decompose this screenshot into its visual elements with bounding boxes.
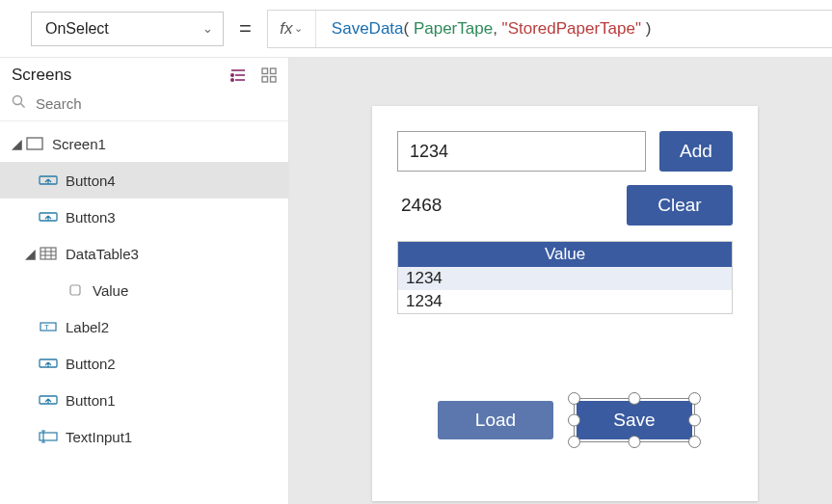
tree-node-label: Button4 — [66, 172, 288, 189]
resize-handle[interactable] — [688, 392, 701, 405]
tree-search[interactable] — [0, 91, 288, 121]
resize-handle[interactable] — [629, 392, 641, 405]
resize-handle[interactable] — [568, 414, 580, 427]
tree-node-label: TextInput1 — [66, 429, 288, 445]
svg-rect-8 — [271, 77, 277, 83]
tree-node-screen1[interactable]: ◢ Screen1 — [0, 125, 288, 162]
search-input[interactable] — [36, 95, 277, 112]
button-icon — [39, 354, 58, 373]
add-button[interactable]: Add — [659, 131, 733, 172]
main-area: Screens ◢ Screen1 — [0, 58, 832, 504]
property-dropdown-label: OnSelect — [45, 20, 109, 38]
search-icon — [12, 94, 26, 113]
svg-rect-6 — [271, 68, 277, 74]
svg-line-10 — [21, 104, 25, 108]
tree-list: ◢ Screen1 Button4 Button3 ◢ DataTable3 V… — [0, 121, 288, 504]
tree-node-label: Button1 — [66, 392, 288, 409]
formula-bar: OnSelect ⌄ = fx ⌄ SaveData( PaperTape, "… — [0, 0, 832, 58]
button-icon — [39, 207, 58, 226]
svg-point-9 — [13, 96, 22, 105]
resize-handle[interactable] — [568, 436, 580, 448]
formula-input[interactable]: SaveData( PaperTape, "StoredPaperTape" ) — [316, 19, 832, 39]
svg-rect-19 — [70, 285, 80, 295]
tree-node-button1[interactable]: Button1 — [0, 382, 288, 418]
svg-rect-7 — [262, 77, 268, 83]
grid-view-icon[interactable] — [261, 67, 277, 83]
tree-header: Screens — [0, 58, 288, 91]
tree-node-datatable3[interactable]: ◢ DataTable3 — [0, 235, 288, 272]
row-load-save: Load Save — [397, 401, 733, 439]
button-icon — [39, 171, 58, 190]
tree-node-label: Value — [93, 282, 288, 299]
result-label: 2468 — [397, 195, 442, 216]
chevron-down-icon: ⌄ — [202, 21, 213, 36]
clear-button[interactable]: Clear — [627, 185, 733, 225]
tree-node-label: DataTable3 — [66, 246, 288, 262]
collapse-icon[interactable]: ◢ — [8, 136, 25, 151]
resize-handle[interactable] — [688, 436, 701, 448]
tree-node-button2[interactable]: Button2 — [0, 345, 288, 382]
tree-title: Screens — [12, 66, 71, 85]
row-input-add: Add — [397, 131, 733, 172]
equals-sign: = — [235, 16, 255, 41]
svg-rect-14 — [40, 248, 56, 259]
tree-node-label: Label2 — [66, 319, 288, 335]
fx-dropdown[interactable]: fx ⌄ — [268, 11, 316, 47]
svg-point-4 — [231, 79, 233, 81]
save-button[interactable]: Save — [577, 401, 692, 439]
canvas-area[interactable]: Add 2468 Clear Value 1234 1234 Load Save — [289, 58, 832, 504]
selected-control-wrapper: Save — [577, 401, 692, 439]
table-row[interactable]: 1234 — [398, 267, 732, 290]
resize-handle[interactable] — [629, 436, 641, 448]
fx-icon: fx — [280, 19, 292, 39]
tree-node-button3[interactable]: Button3 — [0, 199, 288, 235]
screen-icon — [25, 134, 44, 153]
table-row[interactable]: 1234 — [398, 290, 732, 313]
collapse-icon[interactable]: ◢ — [21, 246, 39, 261]
tree-view-toggles — [230, 67, 277, 83]
formula-input-container: fx ⌄ SaveData( PaperTape, "StoredPaperTa… — [267, 10, 832, 48]
table-header-value: Value — [398, 242, 732, 267]
tree-panel: Screens ◢ Screen1 — [0, 58, 289, 504]
list-view-icon[interactable] — [230, 68, 248, 82]
row-label-clear: 2468 Clear — [397, 185, 733, 225]
button-icon — [39, 390, 58, 410]
load-button[interactable]: Load — [438, 401, 553, 439]
tree-node-label: Button2 — [66, 356, 288, 372]
tree-node-label: Screen1 — [52, 136, 288, 152]
svg-text:T: T — [44, 323, 49, 332]
data-table[interactable]: Value 1234 1234 — [397, 241, 733, 314]
resize-handle[interactable] — [568, 392, 580, 405]
label-icon: T — [39, 317, 58, 336]
datatable-icon — [39, 244, 58, 263]
svg-rect-5 — [262, 68, 268, 74]
svg-rect-11 — [27, 138, 42, 149]
textinput-icon — [39, 427, 58, 446]
tree-node-textinput1[interactable]: TextInput1 — [0, 418, 288, 455]
property-dropdown[interactable]: OnSelect ⌄ — [31, 12, 224, 46]
text-input[interactable] — [397, 131, 646, 172]
resize-handle[interactable] — [688, 414, 701, 427]
tree-node-button4[interactable]: Button4 — [0, 162, 288, 199]
column-icon — [66, 280, 85, 300]
chevron-down-icon: ⌄ — [294, 22, 303, 35]
svg-rect-24 — [40, 433, 57, 440]
tree-node-value[interactable]: Value — [0, 272, 288, 308]
app-screen: Add 2468 Clear Value 1234 1234 Load Save — [372, 106, 758, 501]
tree-node-label: Button3 — [66, 209, 288, 225]
svg-point-3 — [231, 74, 233, 76]
tree-node-label2[interactable]: T Label2 — [0, 308, 288, 345]
